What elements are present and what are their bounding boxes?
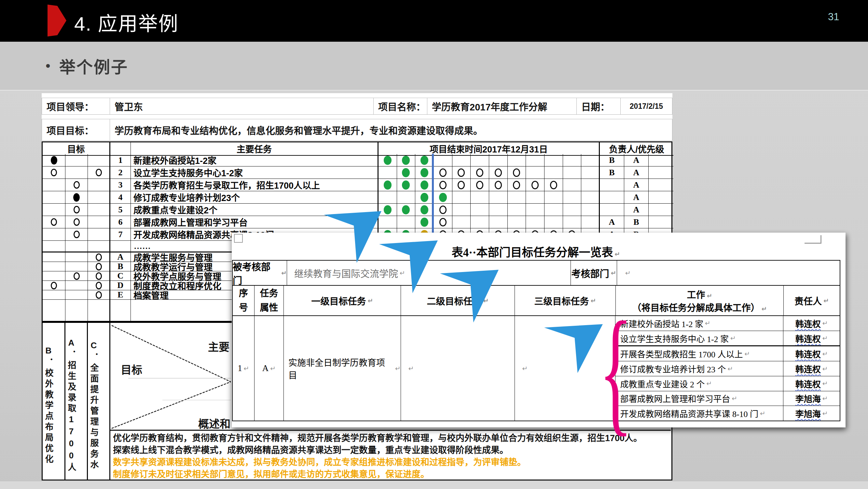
open-circle-icon <box>96 263 102 270</box>
overlay-title-text: 表4··本部门目标任务分解一览表 <box>452 246 613 259</box>
return-mark: ↵ <box>522 365 528 372</box>
green-dot-icon <box>421 205 428 214</box>
open-circle-icon <box>439 181 446 189</box>
col-work-sub-text: （将目标任务分解成具体工作） <box>632 303 760 313</box>
month-cell <box>471 204 489 216</box>
return-mark: ↵ <box>625 269 631 277</box>
target-cell <box>43 216 65 228</box>
target-cell <box>65 191 88 204</box>
green-dot-icon <box>421 168 428 177</box>
month-cell <box>397 191 415 204</box>
green-dot-icon <box>421 193 428 202</box>
spare-cell <box>649 191 673 204</box>
month-cell <box>581 179 600 191</box>
target-cell <box>88 154 110 167</box>
task-number: 1 <box>110 154 131 167</box>
col-work: 工作↵ （将目标任务分解成具体工作）↵ <box>616 286 784 315</box>
vertical-col-a: A．招生及录取1700人 <box>65 323 88 480</box>
return-mark: ↵ <box>732 395 737 402</box>
row-no-text: 1 <box>238 363 242 373</box>
month-cell <box>471 191 489 204</box>
open-circle-icon <box>458 168 465 177</box>
cell <box>43 300 65 321</box>
row-attr: A↵ <box>254 316 284 421</box>
target-cell <box>88 253 110 262</box>
priority-cell: A <box>624 191 649 204</box>
month-cell <box>526 204 545 216</box>
month-cell <box>489 179 508 191</box>
target-cell <box>43 179 65 191</box>
slide: 4. 应用举例 31 • 举个例子 项目领导： 管卫东 项目名称： 学历教育20… <box>0 0 868 489</box>
month-cell <box>508 216 526 228</box>
green-dot-icon <box>402 156 410 165</box>
open-circle-icon <box>439 218 446 226</box>
target-cell <box>88 290 110 300</box>
open-circle-icon <box>531 181 539 189</box>
work-item-text: 部署成教网上管理和学习平台 <box>620 392 730 404</box>
cell <box>65 241 88 253</box>
target-cell <box>65 262 88 271</box>
wedge-goal-label: 目标 <box>121 361 142 377</box>
green-dot-icon <box>421 156 428 165</box>
summary-line-1: 优化学历教育结构，贯彻教育方针和文件精神，规范开展各类学历教育教学和管理，与校内… <box>113 431 672 444</box>
magenta-brace: { <box>599 318 614 426</box>
month-cell <box>581 167 600 179</box>
month-cell <box>378 204 397 216</box>
month-cell <box>545 167 563 179</box>
col-owner: 责任人↵ <box>784 286 840 315</box>
month-cell <box>415 167 434 179</box>
return-mark: ↵ <box>281 269 287 277</box>
month-cell <box>489 204 508 216</box>
open-circle-icon <box>476 181 483 189</box>
assessor-value: ↵ <box>617 261 840 285</box>
month-cell <box>415 204 434 216</box>
month-cell <box>434 191 453 204</box>
month-cell <box>434 204 453 216</box>
month-cell <box>471 179 489 191</box>
open-circle-icon <box>439 168 446 177</box>
target-cell <box>65 216 88 228</box>
return-mark: ↵ <box>744 350 750 358</box>
task-row: 2设立学生支持服务中心1-2家BA <box>43 167 672 179</box>
corner-mark-icon <box>805 235 822 244</box>
owner-cell <box>600 179 624 191</box>
info-row-1: 项目领导： 管卫东 项目名称： 学历教育2017年度工作分解 日期： 2017/… <box>42 98 673 115</box>
month-cell <box>508 204 526 216</box>
target-cell <box>65 204 88 216</box>
open-circle-icon <box>73 272 80 280</box>
return-mark: ↵ <box>823 395 828 402</box>
target-cell <box>65 290 88 300</box>
return-mark: ↵ <box>408 365 414 372</box>
task-number: 6 <box>110 216 131 228</box>
open-circle-icon <box>96 272 102 280</box>
priority-cell: B <box>624 216 649 228</box>
filled-dot-icon <box>51 156 57 165</box>
return-mark: ↵ <box>591 297 596 305</box>
month-cell <box>508 154 526 167</box>
target-cell <box>43 228 65 241</box>
return-mark: ↵ <box>823 409 828 417</box>
return-mark: ↵ <box>368 297 373 305</box>
target-cell <box>65 253 88 262</box>
spare-cell <box>649 154 673 167</box>
month-cell <box>545 191 563 204</box>
col-level1-text: 一级目标任务 <box>311 294 366 307</box>
target-cell <box>43 290 65 300</box>
letter-id: C <box>110 271 131 281</box>
task-text: 修订成教专业培养计划23个 <box>131 191 378 204</box>
date-label: 日期： <box>577 98 621 115</box>
return-mark: ↵ <box>823 365 828 373</box>
task-text: 各类学历教育招生与录取工作，招生1700人以上 <box>131 179 378 191</box>
work-item: 部署成教网上管理和学习平台↵ <box>615 391 783 406</box>
work-item-text: 新建校外函授站 1-2 家 <box>620 317 703 329</box>
work-item-text: 成教重点专业建设 2 个 <box>620 378 705 390</box>
month-cell <box>581 204 600 216</box>
target-cell <box>65 281 88 290</box>
owner-name: 韩连权 <box>796 317 821 329</box>
work-owner: 韩连权↵ <box>783 361 840 376</box>
owner-cell <box>600 191 624 204</box>
month-cell <box>453 179 471 191</box>
dept-breakdown-overlay: 表4··本部门目标任务分解一览表↵ 被考核部门↵ 继续教育与国际交流学院↵ 考核… <box>232 233 845 427</box>
month-cell <box>489 191 508 204</box>
month-cell <box>415 191 434 204</box>
